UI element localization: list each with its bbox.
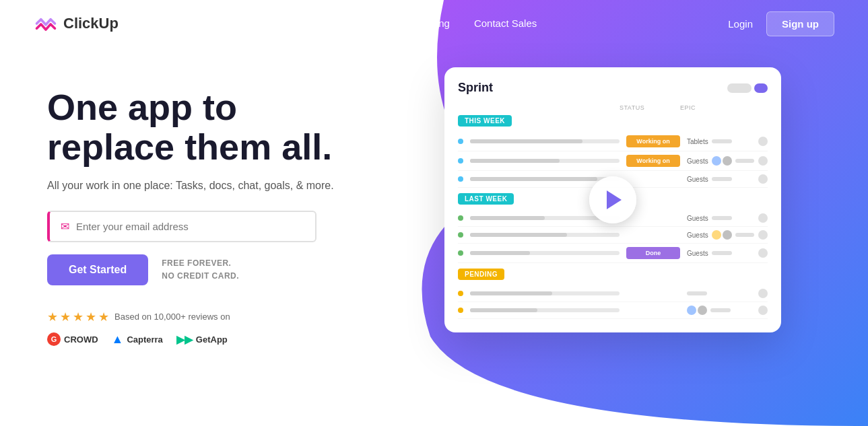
epic-area: Guests: [687, 176, 754, 183]
crowd-icon: G: [47, 332, 61, 346]
toggle-area[interactable]: [727, 83, 768, 93]
avatar: [712, 156, 721, 166]
row-end-dot: [758, 137, 768, 146]
epic-bar: [687, 291, 707, 295]
nav-link-product[interactable]: Product: [310, 17, 345, 29]
row-end-dot: [758, 230, 768, 240]
hero-right: Sprint STATUS EPIC THIS WEEK Working on: [424, 67, 821, 332]
epic-text: Guests: [687, 215, 708, 222]
section-pending-label: PENDING: [458, 269, 504, 280]
epic-bar: [735, 159, 754, 163]
task-dot: [458, 215, 463, 221]
cta-row: Get Started FREE FOREVER. NO CREDIT CARD…: [47, 254, 397, 285]
col-header-status: STATUS: [620, 104, 680, 111]
epic-area: Guests: [687, 250, 754, 257]
table-row: [458, 285, 768, 302]
logo-text: ClickUp: [63, 15, 119, 32]
epic-text: Guests: [687, 157, 708, 165]
free-forever-text: FREE FOREVER. NO CREDIT CARD.: [162, 257, 239, 283]
epic-avatars: [712, 156, 732, 166]
table-row: Done Guests: [458, 244, 768, 263]
avatar: [723, 230, 732, 240]
row-end-dot: [758, 289, 768, 298]
section-this-week-label: THIS WEEK: [458, 115, 512, 127]
epic-area: Tablets: [687, 138, 754, 145]
signup-button[interactable]: Sign up: [766, 11, 834, 36]
task-dot: [458, 291, 463, 296]
crowd-label: CROWD: [64, 334, 98, 345]
avatar: [712, 230, 721, 240]
nav-item-learn[interactable]: Learn: [369, 17, 395, 30]
play-triangle-icon: [607, 190, 622, 209]
epic-bar: [710, 308, 731, 312]
epic-area: [687, 306, 754, 315]
reviews-row: ★ ★ ★ ★ ★ Based on 10,000+ reviews on: [47, 310, 397, 324]
epic-area: Guests: [687, 215, 754, 222]
row-end-dot: [758, 213, 768, 223]
hero-title: One app to replace them all.: [47, 87, 397, 168]
row-end-dot: [758, 306, 768, 315]
hero-title-line2: replace them all.: [47, 127, 332, 167]
dashboard-card: Sprint STATUS EPIC THIS WEEK Working on: [444, 67, 781, 332]
epic-bar: [735, 233, 754, 237]
sprint-title: Sprint: [458, 81, 493, 95]
dashboard-header: Sprint: [458, 81, 768, 95]
email-icon: ✉: [61, 220, 69, 233]
toggle-pill-active[interactable]: [754, 83, 768, 93]
task-bar: [470, 308, 620, 312]
avatar: [723, 156, 732, 166]
email-input[interactable]: [76, 221, 304, 232]
task-dot: [458, 176, 463, 182]
section-last-week-label: LAST WEEK: [458, 193, 514, 205]
toggle-pill-inactive[interactable]: [727, 83, 752, 93]
nav-item-pricing[interactable]: Pricing: [419, 17, 450, 30]
play-button[interactable]: [589, 176, 636, 223]
avatar: [687, 306, 696, 315]
logo[interactable]: ClickUp: [34, 11, 119, 36]
badges-row: G CROWD ▲ Capterra ▶▶ GetApp: [47, 332, 397, 347]
nav-link-pricing[interactable]: Pricing: [419, 17, 450, 29]
nav-item-product[interactable]: Product: [310, 17, 345, 30]
nav-link-contact[interactable]: Contact Sales: [474, 17, 537, 29]
capterra-icon: ▲: [112, 332, 124, 347]
task-bar: [470, 159, 620, 163]
hero-subtitle: All your work in one place: Tasks, docs,…: [47, 180, 397, 192]
epic-avatars: [712, 230, 732, 240]
task-bar: [470, 233, 620, 237]
epic-text: Guests: [687, 250, 708, 257]
login-link[interactable]: Login: [728, 18, 753, 30]
task-dot: [458, 250, 463, 256]
hero-section: One app to replace them all. All your wo…: [0, 47, 868, 347]
nav-links: Product Learn Pricing Contact Sales: [310, 17, 537, 30]
navbar: ClickUp Product Learn Pricing Contact Sa…: [0, 0, 868, 47]
task-dot: [458, 158, 463, 164]
table-row: Guests: [458, 227, 768, 244]
table-row: Working on Tablets: [458, 132, 768, 151]
star-rating: ★ ★ ★ ★ ★: [47, 310, 109, 324]
capterra-label: Capterra: [127, 334, 162, 345]
table-row: [458, 302, 768, 319]
star-5: ★: [98, 310, 109, 324]
epic-bar: [712, 177, 732, 181]
epic-text: Guests: [687, 232, 708, 239]
status-badge: Working on: [626, 135, 680, 147]
badge-crowd: G CROWD: [47, 332, 98, 346]
epic-text: Tablets: [687, 138, 708, 145]
email-input-wrapper[interactable]: ✉: [47, 211, 316, 242]
hero-left: One app to replace them all. All your wo…: [47, 74, 397, 347]
nav-link-learn[interactable]: Learn: [369, 17, 395, 29]
getapp-label: GetApp: [196, 334, 228, 345]
nav-item-contact[interactable]: Contact Sales: [474, 17, 537, 30]
epic-text: Guests: [687, 176, 708, 183]
task-bar: [470, 291, 620, 295]
task-bar: [470, 139, 620, 143]
get-started-button[interactable]: Get Started: [47, 254, 148, 285]
column-headers: STATUS EPIC: [458, 104, 768, 114]
task-bar: [470, 251, 620, 255]
status-badge: Done: [626, 247, 680, 259]
task-dot: [458, 308, 463, 313]
getapp-icon: ▶▶: [176, 333, 193, 346]
task-dot: [458, 139, 463, 144]
epic-area: Guests: [687, 230, 754, 240]
col-header-epic: EPIC: [680, 104, 747, 111]
